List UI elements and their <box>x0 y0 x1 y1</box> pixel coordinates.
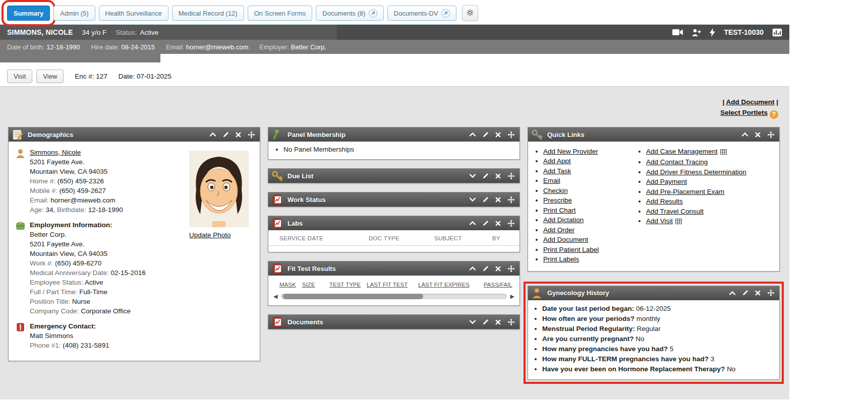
move-icon[interactable] <box>507 196 515 204</box>
help-icon[interactable]: ? <box>770 110 778 119</box>
list-item: Add Results <box>646 197 776 206</box>
close-icon[interactable] <box>495 131 501 138</box>
edit-icon[interactable] <box>482 131 489 138</box>
close-icon[interactable] <box>495 173 501 179</box>
tab-medical-record[interactable]: Medical Record (12) <box>172 6 244 21</box>
move-icon[interactable] <box>248 131 255 139</box>
gynecology-body: Date your last period began: 06-12-2025 … <box>528 304 779 374</box>
close-icon[interactable] <box>495 319 501 325</box>
tab-health-surveillance[interactable]: Health Surveillance <box>99 6 168 21</box>
edit-icon[interactable] <box>222 131 229 138</box>
quick-link[interactable]: Add Document <box>543 236 588 243</box>
list-item: Add Dictation <box>543 216 633 224</box>
employer-label: Employer: <box>260 43 290 51</box>
visit-button[interactable]: Visit <box>7 70 32 83</box>
sort-column-link[interactable]: SIZE <box>302 282 329 288</box>
tab-on-screen-forms[interactable]: On Screen Forms <box>248 6 313 21</box>
external-link-icon[interactable] <box>441 9 450 18</box>
tab-documents-dv[interactable]: Documents-DV <box>387 6 456 21</box>
close-icon[interactable] <box>495 196 501 203</box>
quick-link[interactable]: Print Labels <box>543 255 579 263</box>
edit-icon[interactable] <box>482 220 489 227</box>
portlet-columns: Demographics <box>8 127 781 388</box>
patient-name-link[interactable]: Simmons, Nicole <box>30 149 81 156</box>
edit-icon[interactable] <box>482 265 489 272</box>
close-icon[interactable] <box>755 290 761 296</box>
lightning-icon[interactable] <box>710 28 715 37</box>
collapse-icon[interactable] <box>469 220 476 227</box>
scroll-right-icon[interactable]: ▶ <box>510 294 514 299</box>
quick-link[interactable]: Add Payment <box>646 178 687 185</box>
quick-link[interactable]: Add Contact Tracing <box>646 158 708 166</box>
chart-icon[interactable] <box>772 28 782 37</box>
expand-icon[interactable] <box>469 318 476 325</box>
quick-link[interactable]: Print Chart <box>543 207 576 214</box>
separator: | <box>776 98 778 106</box>
quick-link[interactable]: Add Pre-Placement Exam <box>646 188 724 195</box>
add-person-icon[interactable] <box>691 29 701 36</box>
collapse-icon[interactable] <box>729 290 736 297</box>
edit-icon[interactable] <box>482 196 489 203</box>
expand-icon[interactable] <box>469 172 476 179</box>
emergency-name: Matt Simmons <box>30 331 189 341</box>
quick-link[interactable]: Add Results <box>646 197 683 205</box>
collapse-icon[interactable] <box>469 131 476 138</box>
add-document-link[interactable]: Add Document <box>726 98 774 106</box>
close-icon[interactable] <box>495 220 501 227</box>
external-link-icon[interactable] <box>369 9 377 18</box>
quick-link[interactable]: Add Appt <box>543 157 571 165</box>
quick-link[interactable]: Checkin <box>543 187 568 194</box>
scrollbar-thumb[interactable] <box>283 294 423 299</box>
collapse-icon[interactable] <box>209 131 216 138</box>
sort-column-link[interactable]: LAST FIT EXPIRES <box>418 282 484 288</box>
sort-column-link[interactable]: PASS/FAIL <box>484 282 517 288</box>
list-item: Print Chart <box>543 206 633 215</box>
move-icon[interactable] <box>767 131 775 139</box>
view-button[interactable]: View <box>36 70 64 83</box>
quick-link[interactable]: Add Visit <box>646 217 673 225</box>
quick-link[interactable]: Add Case Management <box>646 148 718 155</box>
close-icon[interactable] <box>235 131 242 138</box>
move-icon[interactable] <box>507 265 515 273</box>
quick-link[interactable]: Add New Provider <box>543 148 598 155</box>
tab-summary[interactable]: Summary <box>7 6 50 21</box>
quick-link[interactable]: Add Travel Consult <box>646 208 704 215</box>
tab-documents[interactable]: Documents (8) <box>316 6 383 21</box>
move-icon[interactable] <box>767 289 775 297</box>
update-photo-link[interactable]: Update Photo <box>189 231 231 239</box>
move-icon[interactable] <box>507 131 515 139</box>
quick-link[interactable]: Add Dictation <box>543 216 584 224</box>
expand-icon[interactable] <box>469 196 476 203</box>
app-window: Summary Admin (5) Health Surveillance Me… <box>0 0 789 399</box>
edit-icon[interactable] <box>482 173 489 179</box>
quick-link[interactable]: Email <box>543 177 560 184</box>
sort-column-link[interactable]: TEST TYPE <box>329 282 367 288</box>
sort-column-link[interactable]: LAST FIT TEST <box>367 282 418 288</box>
horizontal-scrollbar[interactable]: ◀ ▶ <box>268 290 519 305</box>
tab-admin[interactable]: Admin (5) <box>53 6 95 21</box>
quick-link[interactable]: Add Task <box>543 167 571 175</box>
move-icon[interactable] <box>507 318 515 326</box>
scrollbar-track[interactable] <box>281 294 506 299</box>
home-phone: (650) 459-2326 <box>57 177 104 185</box>
settings-gear-button[interactable] <box>462 5 478 21</box>
close-icon[interactable] <box>495 265 501 272</box>
quick-link[interactable]: Add Order <box>543 226 574 234</box>
collapse-icon[interactable] <box>741 131 748 138</box>
edit-icon[interactable] <box>742 290 748 296</box>
video-camera-icon[interactable] <box>672 29 683 36</box>
move-icon[interactable] <box>507 220 515 227</box>
quick-link[interactable]: Print Patient Label <box>543 246 599 253</box>
move-icon[interactable] <box>507 172 515 180</box>
portlet-due-list: Due List <box>268 168 520 183</box>
collapse-icon[interactable] <box>469 265 476 272</box>
close-icon[interactable] <box>755 131 761 138</box>
status-label: Status: <box>115 29 137 36</box>
sort-column-link[interactable]: MASK <box>279 282 302 288</box>
scroll-left-icon[interactable]: ◀ <box>273 294 277 299</box>
select-portlets-link[interactable]: Select Portlets <box>720 109 768 116</box>
quick-link[interactable]: Add Driver Fitness Determination <box>646 168 746 176</box>
demographics-body: Simmons, Nicole 5201 Fayette Ave. Mounta… <box>9 142 260 361</box>
quick-link[interactable]: Prescribe <box>543 196 572 204</box>
edit-icon[interactable] <box>482 319 489 325</box>
